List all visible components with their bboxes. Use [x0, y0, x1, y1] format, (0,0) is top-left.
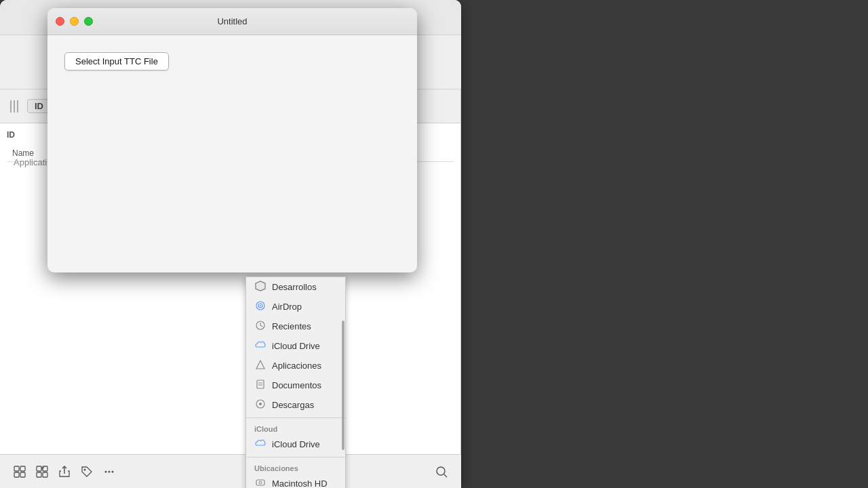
svg-point-40 — [259, 403, 262, 405]
sidebar-item-desarrollos[interactable]: Desarrollos — [246, 277, 345, 297]
svg-line-28 — [444, 474, 447, 477]
sidebar-item-icloud-fav[interactable]: iCloud Drive — [246, 336, 345, 356]
icloud-fav-label: iCloud Drive — [272, 341, 320, 351]
svg-point-26 — [112, 470, 114, 472]
descargas-label: Descargas — [272, 400, 314, 410]
documentos-icon — [254, 379, 267, 392]
scroll-track — [340, 277, 345, 488]
file-chooser-panel: Desarrollos AirDrop Recientes — [245, 277, 346, 488]
share-icon[interactable] — [55, 462, 74, 481]
aplicaciones-label: Aplicaciones — [272, 361, 321, 371]
search-icon[interactable] — [432, 462, 451, 481]
svg-point-25 — [108, 470, 111, 472]
bottom-search — [432, 462, 451, 481]
icloud-divider — [246, 418, 345, 418]
recientes-label: Recientes — [272, 321, 311, 331]
maximize-button[interactable] — [84, 17, 93, 26]
sidebar-item-documentos[interactable]: Documentos — [246, 375, 345, 395]
sidebar-item-macintosh-hd[interactable]: Macintosh HD — [246, 474, 345, 488]
minimize-button[interactable] — [70, 17, 79, 26]
airdrop-label: AirDrop — [272, 302, 302, 312]
recientes-icon — [254, 320, 267, 333]
svg-rect-17 — [14, 472, 19, 477]
svg-rect-15 — [14, 466, 19, 471]
svg-rect-41 — [256, 480, 264, 485]
grid-up-icon[interactable] — [33, 462, 52, 481]
tag-icon[interactable] — [77, 462, 96, 481]
svg-rect-21 — [37, 472, 41, 477]
name-key: Name — [12, 148, 50, 158]
more-icon[interactable] — [100, 462, 119, 481]
icloud-section-header: iCloud — [246, 421, 345, 434]
macintosh-hd-label: Macintosh HD — [272, 479, 328, 488]
main-window-titlebar: Untitled — [47, 8, 417, 35]
documentos-label: Documentos — [272, 380, 321, 390]
icloud-drive-icon — [254, 438, 267, 451]
main-window: Untitled Select Input TTC File — [47, 8, 417, 272]
svg-marker-35 — [256, 361, 264, 369]
macintosh-hd-icon — [254, 477, 267, 488]
svg-rect-22 — [43, 472, 47, 477]
sidebar-item-descargas[interactable]: Descargas — [246, 395, 345, 415]
scroll-thumb — [342, 321, 344, 450]
ubicaciones-section-header: Ubicaciones — [246, 460, 345, 474]
icloud-fav-icon — [254, 340, 267, 352]
svg-point-31 — [260, 305, 261, 306]
close-button[interactable] — [56, 17, 64, 26]
ubicaciones-divider — [246, 457, 345, 458]
desarrollos-icon — [254, 281, 267, 293]
svg-point-24 — [105, 470, 107, 472]
airdrop-icon — [254, 300, 267, 313]
aplicaciones-icon — [254, 359, 267, 372]
svg-rect-20 — [43, 466, 47, 471]
sidebar-item-aplicaciones[interactable]: Aplicaciones — [246, 356, 345, 375]
svg-point-42 — [259, 481, 262, 484]
svg-point-27 — [437, 467, 445, 475]
panel-lines — [7, 100, 22, 113]
svg-rect-36 — [257, 380, 264, 388]
svg-rect-16 — [20, 466, 25, 471]
sidebar-item-recientes[interactable]: Recientes — [246, 317, 345, 336]
svg-rect-19 — [37, 466, 41, 471]
svg-point-23 — [84, 468, 86, 470]
main-window-title: Untitled — [217, 16, 247, 26]
desarrollos-label: Desarrollos — [272, 282, 317, 292]
svg-rect-18 — [20, 472, 25, 477]
select-ttc-button[interactable]: Select Input TTC File — [64, 52, 169, 70]
icloud-drive-label: iCloud Drive — [272, 439, 320, 449]
svg-line-34 — [260, 325, 262, 327]
sidebar-item-icloud-drive[interactable]: iCloud Drive — [246, 434, 345, 454]
descargas-icon — [254, 399, 267, 411]
sidebar-item-airdrop[interactable]: AirDrop — [246, 297, 345, 317]
bottom-left-tools — [10, 462, 119, 481]
bg-bottom-toolbar — [0, 454, 461, 488]
window-controls — [56, 17, 93, 26]
main-window-content: Select Input TTC File — [47, 35, 417, 87]
grid-view-icon[interactable] — [10, 462, 29, 481]
